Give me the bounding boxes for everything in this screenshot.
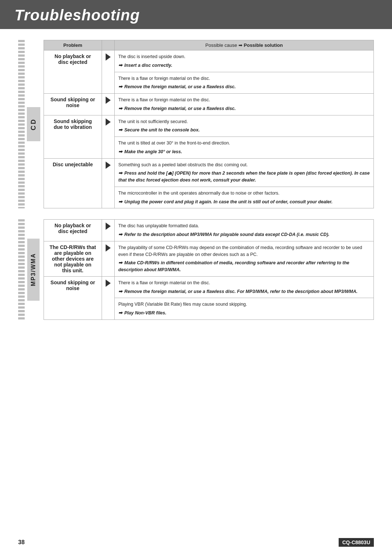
- problem-skipping-mp3: Sound skipping ornoise: [44, 276, 102, 319]
- arrow-skipping-noise-cd: [102, 94, 115, 115]
- problem-cdrw-mp3: The CD-R/RWs thatare playable onother de…: [44, 241, 102, 276]
- arrow-vibration-cd: [102, 115, 115, 158]
- mp3-section-label: MP3/WMA: [27, 239, 40, 301]
- arrow-cdrw-mp3: [102, 241, 115, 276]
- table-row: Disc unejectable Something such as a pee…: [44, 158, 374, 187]
- table-row: Sound skippingdue to vibration The unit …: [44, 115, 374, 137]
- arrow-icon: [106, 118, 111, 126]
- solution-no-playback-1: The disc is inserted upside down. ➡ Inse…: [115, 50, 374, 72]
- cd-section-label: CD: [27, 107, 40, 141]
- solution-skipping-mp3-2: Playing VBR (Variable Bit Rate) files ma…: [115, 298, 374, 320]
- possible-cause-text: Possible cause: [205, 42, 237, 48]
- solution-cdrw-mp3: The playability of some CD-R/RWs may dep…: [115, 241, 374, 276]
- table-row: Sound skipping ornoise There is a flaw o…: [44, 276, 374, 298]
- arrow-icon: [106, 162, 111, 169]
- problem-skipping-noise-cd: Sound skipping ornoise: [44, 94, 102, 115]
- mp3-label-wrap: MP3/WMA: [26, 219, 41, 320]
- mp3-striped-bar: [18, 219, 25, 320]
- solution-skipping-mp3-1: There is a flaw or foreign material on t…: [115, 276, 374, 298]
- arrow-icon: [106, 223, 111, 230]
- mp3-section: MP3/WMA No playback ordisc ejected The d…: [18, 219, 374, 320]
- solution-vibration-2: The unit is tilted at over 30° in the fr…: [115, 137, 374, 159]
- table-row: No playback ordisc ejected The disc has …: [44, 220, 374, 241]
- footer: 38 CQ-C8803U: [18, 538, 374, 547]
- cd-section: CD Problem Possible cause ➡ Possible sol…: [18, 40, 374, 208]
- problem-no-playback-mp3: No playback ordisc ejected: [44, 220, 102, 241]
- solution-no-playback-2: There is a flaw or foreign material on t…: [115, 72, 374, 94]
- page-title: Troubleshooting: [15, 7, 377, 24]
- cd-striped-bar: [18, 40, 25, 208]
- solution-unejectable-1: Something such as a peeled label obstruc…: [115, 158, 374, 187]
- solution-vibration-1: The unit is not sufficiently secured. ➡ …: [115, 115, 374, 137]
- model-badge: CQ-C8803U: [339, 538, 374, 547]
- arrow-no-playback-mp3: [102, 220, 115, 241]
- table-row: Sound skipping ornoise There is a flaw o…: [44, 94, 374, 115]
- solution-no-playback-mp3: The disc has unplayable formatted data. …: [115, 220, 374, 241]
- col-solution-header: Possible cause ➡ Possible solution: [115, 40, 374, 50]
- arrow-icon: [106, 280, 111, 287]
- cd-label-wrap: CD: [26, 40, 41, 208]
- solution-skipping-noise-cd: There is a flaw or foreign material on t…: [115, 94, 374, 115]
- table-row: The CD-R/RWs thatare playable onother de…: [44, 241, 374, 276]
- page-number: 38: [18, 539, 25, 546]
- main-content: CD Problem Possible cause ➡ Possible sol…: [0, 40, 392, 353]
- col-problem-header: Problem: [44, 40, 102, 50]
- possible-solution-text: Possible solution: [244, 42, 283, 48]
- solution-unejectable-2: The microcontroller in the unit operates…: [115, 187, 374, 208]
- table-row: No playback ordisc ejected The disc is i…: [44, 50, 374, 72]
- arrow-icon: [106, 244, 111, 252]
- table-header-row: Problem Possible cause ➡ Possible soluti…: [44, 40, 374, 50]
- arrow-unejectable: [102, 158, 115, 208]
- problem-vibration-cd: Sound skippingdue to vibration: [44, 115, 102, 158]
- cd-table: Problem Possible cause ➡ Possible soluti…: [44, 40, 374, 208]
- arrow-icon: [106, 97, 111, 104]
- arrow-no-playback-cd: [102, 50, 115, 94]
- arrow-icon: [106, 53, 111, 61]
- arrow-skipping-mp3: [102, 276, 115, 319]
- problem-unejectable: Disc unejectable: [44, 158, 102, 208]
- problem-no-playback-cd: No playback ordisc ejected: [44, 50, 102, 94]
- header-banner: Troubleshooting: [0, 0, 392, 29]
- mp3-table: No playback ordisc ejected The disc has …: [44, 219, 374, 320]
